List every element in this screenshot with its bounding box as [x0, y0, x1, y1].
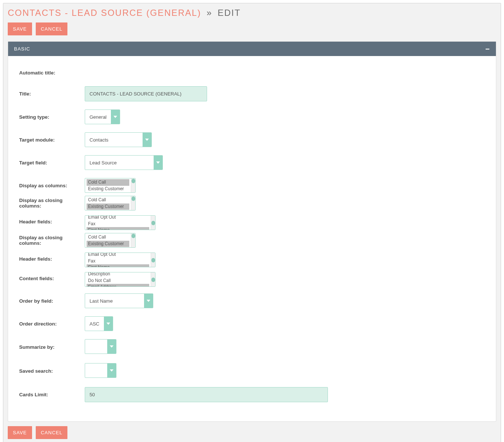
header-fields-list[interactable]: Email Opt OutFaxFirst Name	[85, 215, 155, 230]
row-header-fields: Header fields: Email Opt OutFaxFirst Nam…	[19, 213, 485, 230]
page: CONTACTS - LEAD SOURCE (GENERAL) » EDIT …	[3, 3, 501, 442]
setting-type-value: General	[85, 110, 111, 124]
scrollbar[interactable]	[131, 196, 135, 210]
label-header-fields-2: Header fields:	[19, 256, 85, 262]
list-item[interactable]: Fax	[87, 221, 149, 227]
list-item[interactable]: Fax	[87, 258, 149, 265]
label-setting-type: Setting type:	[19, 114, 85, 120]
row-content-fields: Content fields: DescriptionDo Not CallEm…	[19, 270, 485, 287]
display-closing2-list[interactable]: Cold CallExisting Customer	[85, 233, 136, 248]
list-item[interactable]: Description	[87, 272, 149, 278]
chevron-down-icon[interactable]	[144, 294, 153, 308]
panel-title: BASIC	[14, 46, 30, 52]
display-columns-list[interactable]: Cold CallExisting Customer	[85, 178, 136, 193]
chevron-down-icon[interactable]	[111, 110, 120, 124]
target-module-select[interactable]: Contacts	[85, 132, 152, 147]
cards-limit-input[interactable]	[85, 387, 328, 402]
chevron-down-icon[interactable]	[107, 363, 116, 377]
cancel-button-top[interactable]: CANCEL	[36, 22, 68, 35]
chevron-down-icon[interactable]	[154, 156, 162, 170]
label-automatic-title: Automatic title:	[19, 70, 85, 76]
target-field-select[interactable]: Lead Source	[85, 155, 163, 170]
list-item[interactable]: Cold Call	[87, 234, 129, 241]
page-title-sub: EDIT	[218, 8, 241, 18]
list-item[interactable]: First Name	[87, 227, 149, 230]
label-summarize: Summarize by:	[19, 344, 85, 350]
basic-panel: BASIC − Automatic title: Title: Setting …	[8, 41, 496, 422]
cancel-button-bottom[interactable]: CANCEL	[36, 426, 68, 439]
row-display-closing-2: Display as closing columns: Cold CallExi…	[19, 233, 485, 248]
page-title-main: CONTACTS - LEAD SOURCE (GENERAL)	[8, 8, 201, 18]
svg-marker-2	[156, 161, 160, 164]
row-title: Title:	[19, 86, 485, 101]
chevron-down-icon[interactable]	[143, 133, 151, 147]
row-display-columns: Display as columns: Cold CallExisting Cu…	[19, 178, 485, 193]
svg-marker-5	[110, 345, 113, 348]
bottom-button-row: SAVE CANCEL	[8, 426, 496, 439]
save-button-bottom[interactable]: SAVE	[8, 426, 32, 439]
header-fields2-list[interactable]: Email Opt OutFaxFirst Name	[85, 253, 155, 267]
scrollbar[interactable]	[131, 178, 135, 192]
scrollbar[interactable]	[151, 253, 155, 267]
label-target-module: Target module:	[19, 137, 85, 143]
top-button-row: SAVE CANCEL	[8, 22, 496, 35]
page-title: CONTACTS - LEAD SOURCE (GENERAL) » EDIT	[8, 8, 496, 18]
summarize-value	[85, 340, 107, 354]
svg-marker-1	[145, 139, 149, 141]
list-item[interactable]: Cold Call	[87, 179, 129, 186]
target-field-value: Lead Source	[85, 156, 154, 170]
row-setting-type: Setting type: General	[19, 109, 485, 124]
svg-marker-4	[106, 323, 110, 325]
label-saved-search: Saved search:	[19, 368, 85, 374]
row-target-field: Target field: Lead Source	[19, 155, 485, 170]
saved-search-value	[85, 363, 107, 377]
content-fields-list[interactable]: DescriptionDo Not CallEmail Address	[85, 272, 155, 287]
label-content-fields: Content fields:	[19, 276, 85, 281]
row-target-module: Target module: Contacts	[19, 132, 485, 147]
list-item[interactable]: Cold Call	[87, 197, 129, 203]
order-by-value: Last Name	[85, 294, 144, 308]
row-order-by: Order by field: Last Name	[19, 293, 485, 308]
setting-type-select[interactable]: General	[85, 109, 120, 124]
list-item[interactable]: First Name	[87, 264, 149, 267]
list-item[interactable]: Existing Customer	[87, 241, 129, 247]
summarize-select[interactable]	[85, 339, 116, 354]
list-item[interactable]: Existing Customer	[87, 186, 129, 192]
label-display-closing: Display as closing columns:	[19, 198, 85, 209]
label-header-fields: Header fields:	[19, 219, 85, 225]
saved-search-select[interactable]	[85, 363, 116, 378]
scrollbar[interactable]	[151, 216, 155, 230]
label-order-direction: Order direction:	[19, 321, 85, 327]
row-cards-limit: Cards Limit:	[19, 387, 485, 402]
scrollbar[interactable]	[151, 272, 155, 286]
scrollbar[interactable]	[131, 233, 135, 247]
order-direction-value: ASC	[85, 317, 104, 331]
panel-header[interactable]: BASIC −	[8, 42, 496, 56]
label-title: Title:	[19, 91, 85, 97]
row-order-direction: Order direction: ASC	[19, 316, 485, 331]
svg-marker-6	[110, 369, 113, 372]
chevron-down-icon[interactable]	[104, 317, 113, 331]
target-module-value: Contacts	[85, 133, 143, 147]
display-closing-list[interactable]: Cold CallExisting Customer	[85, 196, 136, 210]
save-button-top[interactable]: SAVE	[8, 22, 32, 35]
label-order-by: Order by field:	[19, 298, 85, 304]
title-input[interactable]	[85, 86, 207, 101]
list-item[interactable]: Existing Customer	[87, 203, 129, 210]
svg-marker-3	[147, 300, 150, 302]
list-item[interactable]: Email Opt Out	[87, 253, 149, 258]
order-by-select[interactable]: Last Name	[85, 293, 153, 308]
chevron-down-icon[interactable]	[107, 340, 116, 354]
svg-marker-0	[113, 116, 117, 118]
list-item[interactable]: Email Opt Out	[87, 215, 149, 221]
row-summarize: Summarize by:	[19, 339, 485, 355]
order-direction-select[interactable]: ASC	[85, 316, 113, 331]
label-display-columns: Display as columns:	[19, 183, 85, 188]
page-title-separator: »	[204, 8, 214, 18]
row-header-fields-2: Header fields: Email Opt OutFaxFirst Nam…	[19, 251, 485, 267]
label-display-closing-2: Display as closing columns:	[19, 235, 85, 246]
label-cards-limit: Cards Limit:	[19, 392, 85, 397]
list-item[interactable]: Email Address	[87, 284, 149, 286]
list-item[interactable]: Do Not Call	[87, 278, 149, 284]
row-automatic-title: Automatic title:	[19, 67, 485, 78]
